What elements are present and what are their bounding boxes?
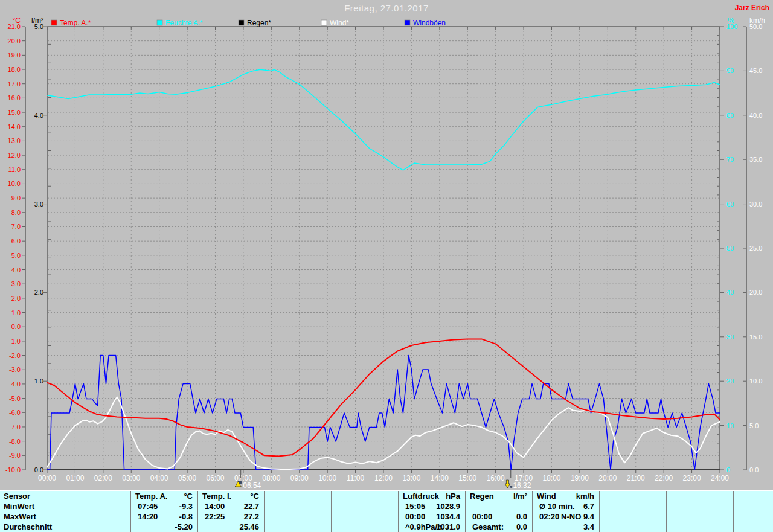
celsius-tick-label: 13.0 — [8, 137, 21, 144]
time-axis-label: 08:00 — [262, 474, 280, 482]
time-axis-label: 21:00 — [627, 474, 645, 482]
celsius-tick-label: 10.0 — [8, 180, 21, 187]
table-cell-value: 27.2 — [197, 512, 259, 521]
humidity-unit-label: % — [728, 16, 734, 25]
time-axis-label: 09:00 — [290, 474, 309, 482]
celsius-tick-label: -3.0 — [9, 366, 21, 373]
time-axis-label: 11:00 — [347, 474, 364, 482]
celsius-tick-label: 6.0 — [11, 237, 21, 245]
time-axis-label: 03:00 — [122, 474, 140, 482]
rain-tick-label: 3.0 — [34, 200, 43, 208]
time-axis-label: 00:00 — [38, 474, 56, 482]
table-cell-value: 1031.0 — [398, 522, 460, 531]
kmh-tick-label: 10.0 — [749, 377, 762, 385]
legend-swatch-3 — [321, 20, 327, 25]
table-cell-value: -9.3 — [130, 502, 193, 511]
humidity-tick-label: 50 — [726, 245, 734, 252]
humidity-tick-label: 70 — [726, 156, 734, 163]
table-column-separator — [599, 491, 600, 532]
table-cell-value: 1034.4 — [398, 512, 460, 521]
table-row-label: Durchschnitt — [4, 522, 52, 531]
celsius-unit-label: °C — [13, 16, 21, 25]
kmh-tick-label: 40.0 — [749, 112, 762, 119]
table-cell-value: 1028.9 — [398, 502, 460, 511]
legend-label-4: Windböen — [413, 19, 446, 27]
legend-label-3: Wind* — [330, 19, 349, 27]
kmh-tick-label: 20.0 — [749, 289, 762, 296]
time-axis-label: 24:00 — [711, 474, 729, 482]
time-axis-label: 10:00 — [318, 474, 336, 482]
legend-label-2: Regen* — [247, 19, 271, 27]
celsius-tick-label: -1.0 — [9, 338, 21, 345]
celsius-tick-label: -5.0 — [9, 395, 21, 402]
celsius-tick-label: 12.0 — [8, 152, 21, 159]
kmh-tick-label: 45.0 — [749, 67, 762, 74]
time-axis-label: 16:00 — [487, 474, 505, 482]
celsius-tick-label: 5.0 — [11, 252, 21, 259]
legend-swatch-2 — [239, 20, 244, 25]
table-cell-value: 3.4 — [532, 522, 594, 531]
table-cell-value: 6.7 — [532, 502, 594, 511]
legend-swatch-4 — [405, 20, 410, 25]
rain-unit-label: l/m² — [31, 16, 43, 25]
celsius-tick-label: -6.0 — [9, 409, 21, 416]
humidity-tick-label: 90 — [726, 67, 734, 74]
celsius-tick-label: 15.0 — [8, 109, 21, 116]
humidity-tick-label: 40 — [726, 289, 734, 296]
kmh-tick-label: 0.0 — [749, 466, 759, 473]
kmh-tick-label: 5.0 — [749, 422, 759, 429]
table-column-separator — [331, 491, 332, 532]
table-cell-value: -0.8 — [130, 512, 193, 521]
kmh-tick-label: 35.0 — [749, 156, 762, 163]
time-axis-label: 18:00 — [542, 474, 560, 482]
celsius-tick-label: 2.0 — [11, 295, 21, 302]
time-axis-label: 19:00 — [571, 474, 589, 482]
celsius-tick-label: -7.0 — [9, 423, 21, 431]
table-col-unit: km/h — [532, 492, 594, 501]
celsius-tick-label: 18.0 — [8, 66, 21, 73]
weather-app-window: Freitag, 27.01.2017 Jarz Erich 21.020.01… — [0, 0, 773, 532]
celsius-tick-label: 3.0 — [11, 280, 21, 287]
table-row-label: MaxWert — [4, 512, 36, 521]
time-axis-label: 05:00 — [178, 474, 196, 482]
celsius-tick-label: 19.0 — [8, 51, 21, 59]
time-axis-label: 23:00 — [683, 474, 701, 482]
legend-swatch-0 — [51, 20, 57, 25]
sunrise-time-label: 06:54 — [243, 481, 261, 490]
table-column-separator — [666, 491, 667, 532]
celsius-tick-label: 17.0 — [8, 80, 21, 88]
celsius-tick-label: 11.0 — [8, 166, 21, 173]
sunset-time-label: 16:32 — [513, 481, 531, 490]
time-axis-label: 02:00 — [94, 474, 112, 482]
weather-chart: 21.020.019.018.017.016.015.014.013.012.0… — [0, 0, 773, 490]
humidity-tick-label: 30 — [726, 333, 734, 341]
table-column-separator — [733, 491, 734, 532]
table-cell-value: -5.20 — [130, 522, 193, 531]
table-cell-value: 22.7 — [197, 502, 259, 511]
table-cell-value: 0.0 — [465, 512, 527, 521]
sunset-icon — [505, 480, 510, 488]
table-column-separator — [264, 491, 265, 532]
celsius-tick-label: 20.0 — [8, 37, 21, 45]
legend-label-1: Feuchte A.* — [165, 19, 203, 27]
time-axis-label: 15:00 — [458, 474, 476, 482]
celsius-tick-label: -10.0 — [5, 466, 21, 473]
time-axis-label: 12:00 — [374, 474, 393, 482]
table-col-unit: l/m² — [465, 492, 527, 501]
time-axis-label: 01:00 — [66, 474, 84, 482]
celsius-tick-label: 8.0 — [11, 209, 21, 216]
time-axis-label: 20:00 — [598, 474, 617, 482]
celsius-tick-label: 14.0 — [8, 123, 21, 130]
kmh-tick-label: 25.0 — [749, 245, 762, 252]
celsius-tick-label: -9.0 — [9, 452, 21, 459]
time-axis-label: 22:00 — [655, 474, 673, 482]
rain-tick-label: 0.0 — [34, 466, 43, 473]
table-col-unit: °C — [130, 492, 193, 501]
table-row-label: Sensor — [4, 492, 30, 501]
humidity-tick-label: 10 — [726, 422, 734, 429]
rain-tick-label: 1.0 — [34, 377, 43, 385]
time-axis-label: 06:00 — [206, 474, 224, 482]
table-cell-value: 0.0 — [465, 522, 527, 531]
celsius-tick-label: 9.0 — [11, 194, 21, 202]
humidity-tick-label: 80 — [726, 112, 734, 119]
